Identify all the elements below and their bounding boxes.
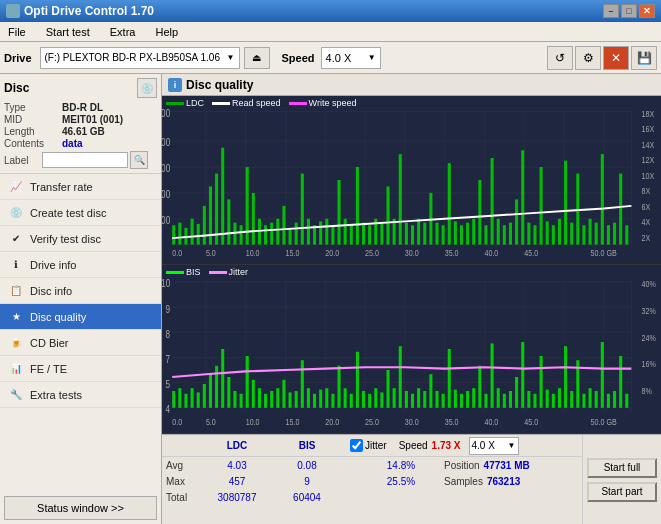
drive-label: Drive (4, 52, 32, 64)
menu-extra[interactable]: Extra (106, 24, 140, 40)
svg-text:500: 500 (162, 108, 170, 119)
svg-rect-113 (595, 223, 598, 245)
nav-disc-info[interactable]: 📋 Disc info (0, 278, 161, 304)
disc-quality-icon-header: i (168, 78, 182, 92)
label-search-btn[interactable]: 🔍 (130, 151, 148, 169)
legend-write-speed: Write speed (289, 98, 357, 108)
svg-rect-184 (319, 390, 322, 408)
bis-color (166, 271, 184, 274)
chart2-legend: BIS Jitter (166, 267, 248, 277)
nav-extra-tests[interactable]: 🔧 Extra tests (0, 382, 161, 408)
nav-fe-te[interactable]: 📊 FE / TE (0, 356, 161, 382)
start-part-button[interactable]: Start part (587, 482, 657, 502)
label-input[interactable] (42, 152, 128, 168)
maximize-button[interactable]: □ (621, 4, 637, 18)
menu-start-test[interactable]: Start test (42, 24, 94, 40)
label-text: Label (4, 155, 42, 166)
max-bis: 9 (272, 476, 342, 487)
speed-select-stat[interactable]: 4.0 X ▼ (469, 437, 519, 455)
svg-rect-108 (564, 161, 567, 245)
read-speed-color (212, 102, 230, 105)
status-window-button[interactable]: Status window >> (4, 496, 157, 520)
jitter-checkbox[interactable] (350, 439, 363, 452)
minimize-button[interactable]: – (603, 4, 619, 18)
chart2-svg: 10 9 8 7 5 4 40% 32% 24% 16% 8% 0.0 5.0 … (162, 265, 661, 433)
svg-rect-98 (503, 225, 506, 244)
svg-rect-189 (350, 394, 353, 408)
svg-rect-97 (497, 219, 500, 245)
svg-rect-100 (515, 199, 518, 244)
svg-text:8X: 8X (642, 186, 651, 196)
svg-rect-219 (533, 394, 536, 408)
svg-text:400: 400 (162, 138, 170, 149)
svg-rect-44 (172, 225, 175, 244)
svg-rect-201 (423, 391, 426, 408)
svg-text:16%: 16% (642, 358, 657, 369)
drive-selector[interactable]: (F:) PLEXTOR BD-R PX-LB950SA 1.06 ▼ (40, 47, 240, 69)
svg-text:40.0: 40.0 (484, 415, 498, 426)
nav-disc-info-label: Disc info (30, 285, 72, 297)
svg-rect-218 (527, 391, 530, 408)
chart1-container: LDC Read speed Write speed (162, 96, 661, 265)
close-button[interactable]: ✕ (639, 4, 655, 18)
eject-button[interactable]: ⏏ (244, 47, 270, 69)
extra-tests-icon: 🔧 (8, 387, 24, 403)
speed-arrow: ▼ (368, 53, 376, 62)
refresh-icon[interactable]: ↺ (547, 46, 573, 70)
nav-drive-info[interactable]: ℹ Drive info (0, 252, 161, 278)
svg-text:5.0: 5.0 (206, 248, 216, 258)
svg-rect-99 (509, 223, 512, 245)
svg-rect-160 (172, 391, 175, 408)
svg-rect-88 (442, 225, 445, 244)
length-label: Length (4, 126, 62, 137)
svg-rect-112 (589, 219, 592, 245)
disc-type-row: Type BD-R DL (4, 102, 157, 113)
nav-transfer-rate[interactable]: 📈 Transfer rate (0, 174, 161, 200)
app-title: Opti Drive Control 1.70 (24, 4, 154, 18)
svg-rect-214 (503, 394, 506, 408)
speed-selector[interactable]: 4.0 X ▼ (321, 47, 381, 69)
mid-label: MID (4, 114, 62, 125)
svg-rect-208 (466, 391, 469, 408)
svg-rect-196 (393, 388, 396, 408)
read-speed-label: Read speed (232, 98, 281, 108)
disc-info-icon: 📋 (8, 283, 24, 299)
nav-cd-bier[interactable]: 🍺 CD Bier (0, 330, 161, 356)
sidebar: Disc 💿 Type BD-R DL MID MEIT01 (001) Len… (0, 74, 162, 524)
nav-verify-test-disc[interactable]: ✔ Verify test disc (0, 226, 161, 252)
svg-text:8: 8 (166, 328, 171, 341)
nav-fe-te-label: FE / TE (30, 363, 67, 375)
nav-create-test-disc[interactable]: 💿 Create test disc (0, 200, 161, 226)
start-full-button[interactable]: Start full (587, 458, 657, 478)
nav-disc-quality[interactable]: ★ Disc quality (0, 304, 161, 330)
svg-rect-195 (386, 370, 389, 408)
svg-text:2X: 2X (642, 233, 651, 243)
svg-rect-161 (178, 388, 181, 408)
max-ldc: 457 (202, 476, 272, 487)
svg-rect-225 (570, 391, 573, 408)
svg-rect-167 (215, 366, 218, 408)
disc-length-row: Length 46.61 GB (4, 126, 157, 137)
settings-icon[interactable]: ⚙ (575, 46, 601, 70)
save-icon[interactable]: 💾 (631, 46, 657, 70)
svg-rect-94 (478, 180, 481, 245)
menu-file[interactable]: File (4, 24, 30, 40)
svg-text:8%: 8% (642, 385, 653, 396)
avg-ldc: 4.03 (202, 460, 272, 471)
disc-icon-btn[interactable]: 💿 (137, 78, 157, 98)
svg-rect-230 (601, 342, 604, 408)
fe-te-icon: 📊 (8, 361, 24, 377)
menu-help[interactable]: Help (151, 24, 182, 40)
svg-rect-114 (601, 154, 604, 244)
svg-rect-176 (270, 391, 273, 408)
disc-quality-header: i Disc quality (162, 74, 661, 96)
svg-rect-64 (295, 223, 298, 245)
erase-icon[interactable]: ✕ (603, 46, 629, 70)
speed-stat-label: Speed (399, 440, 428, 451)
toolbar-icons: ↺ ⚙ ✕ 💾 (547, 46, 657, 70)
total-ldc: 3080787 (202, 492, 272, 503)
svg-rect-85 (423, 223, 426, 245)
svg-rect-69 (325, 219, 328, 245)
svg-rect-91 (460, 225, 463, 244)
svg-rect-229 (595, 391, 598, 408)
